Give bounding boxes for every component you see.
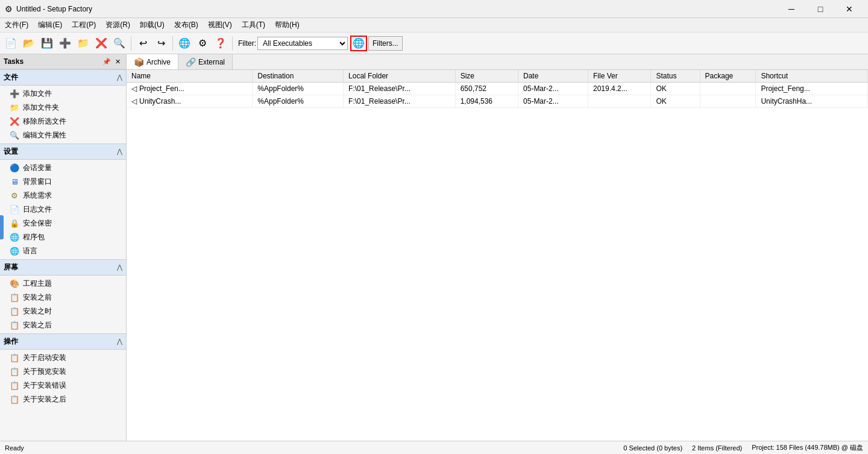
menu-item-b[interactable]: 发布(B) [169,18,203,32]
filters-button[interactable]: Filters... [368,36,403,51]
sidebar-item-project-theme[interactable]: 🎨 工程主题 [0,277,126,291]
sidebar-item-security[interactable]: 🔒 安全保密 [0,216,126,230]
new-button[interactable]: 📄 [2,35,19,52]
edit-file-icon: 🔍 [10,131,19,140]
menu-item-p[interactable]: 工程(P) [67,18,101,32]
col-destination[interactable]: Destination [253,70,344,83]
about-after-icon: 📋 [10,395,19,405]
filter-label: Filter: [238,39,256,48]
sidebar-item-about-error[interactable]: 📋 关于安装错误 [0,379,126,393]
sidebar-item-edit-file[interactable]: 🔍 编辑文件属性 [0,128,126,142]
add-file-button[interactable]: ➕ [57,35,74,52]
menu-item-v[interactable]: 视图(V) [203,18,237,32]
app-icon: ⚙ [5,4,13,14]
sidebar-item-package-label: 程序包 [23,232,45,242]
settings-button[interactable]: 🌐 [176,35,193,52]
filter-icon-button[interactable]: 🌐 [350,36,367,51]
status-selected: 0 Selected (0 bytes) [623,444,682,452]
sidebar-item-about-launch[interactable]: 📋 关于启动安装 [0,351,126,365]
sidebar-item-project-theme-label: 工程主题 [23,279,52,289]
sidebar-item-about-error-label: 关于安装错误 [23,380,66,391]
sidebar-item-during-install[interactable]: 📋 安装之时 [0,304,126,318]
menu-item-u[interactable]: 卸载(U) [135,18,169,32]
table-cell-8: UnityCrashHa... [756,95,868,108]
section-screen-header[interactable]: 屏幕 ⋀ [0,259,126,276]
toolbar-separator-3 [232,36,233,51]
sidebar-item-after-install[interactable]: 📋 安装之后 [0,318,126,332]
maximize-button[interactable]: □ [807,0,834,18]
undo-button[interactable]: ↩ [134,35,151,52]
tasks-close-button[interactable]: ✕ [113,57,122,66]
title-controls: ─ □ ✕ [778,0,863,18]
save-button[interactable]: 💾 [39,35,55,52]
section-files-collapse-icon: ⋀ [117,74,122,81]
remove-button[interactable]: ❌ [93,35,110,52]
build-button[interactable]: ⚙ [194,35,211,52]
table-cell-4: 05-Mar-2... [518,83,588,95]
open-button[interactable]: 📂 [20,35,37,52]
sidebar-item-language[interactable]: 🌐 语言 [0,244,126,258]
filter-dropdown[interactable]: All Executables All Files All DLLs [257,37,348,50]
help-button[interactable]: ❓ [212,35,229,52]
sidebar-item-after-install-label: 安装之后 [23,320,52,330]
add-file-icon: ➕ [10,89,19,99]
col-size[interactable]: Size [455,70,518,83]
status-bar: Ready 0 Selected (0 bytes) 2 Items (Filt… [0,441,868,454]
tab-archive[interactable]: 📦 Archive [127,54,178,69]
sidebar-item-session-vars-label: 会话变量 [23,163,52,173]
add-folder-icon: 📁 [10,103,19,113]
menu-item-h[interactable]: 帮助(H) [270,18,304,32]
toolbar: 📄 📂 💾 ➕ 📁 ❌ 🔍 ↩ ↪ 🌐 ⚙ ❓ Filter: All Exec… [0,33,868,54]
section-settings-collapse-icon: ⋀ [117,148,122,156]
sidebar-item-about-launch-label: 关于启动安装 [23,353,66,363]
table-cell-3: 650,752 [455,83,518,95]
col-local-folder[interactable]: Local Folder [344,70,456,83]
sidebar-item-bg-window-label: 背景窗口 [23,177,52,187]
find-button[interactable]: 🔍 [111,35,128,52]
add-folder-button[interactable]: 📁 [75,35,92,52]
col-package[interactable]: Package [700,70,756,83]
menu-item-f[interactable]: 文件(F) [0,18,33,32]
sidebar-item-bg-window[interactable]: 🖥 背景窗口 [0,175,126,189]
sidebar-item-about-after[interactable]: 📋 关于安装之后 [0,393,126,406]
section-settings-header[interactable]: 设置 ⋀ [0,143,126,160]
table-cell-6: OK [651,83,700,95]
menu-item-r[interactable]: 资源(R) [101,18,135,32]
close-button[interactable]: ✕ [835,0,863,18]
menu-item-e[interactable]: 编辑(E) [33,18,67,32]
menu-item-t[interactable]: 工具(T) [237,18,270,32]
col-status[interactable]: Status [651,70,700,83]
col-date[interactable]: Date [518,70,588,83]
sidebar-item-remove-file[interactable]: ❌ 移除所选文件 [0,115,126,128]
col-shortcut[interactable]: Shortcut [756,70,868,83]
section-files-header[interactable]: 文件 ⋀ [0,69,126,86]
sidebar-item-log-file[interactable]: 📄 日志文件 [0,203,126,216]
col-name[interactable]: Name [127,70,253,83]
redo-button[interactable]: ↪ [153,35,169,52]
section-screen-items: 🎨 工程主题 📋 安装之前 📋 安装之时 📋 安装之后 [0,276,126,333]
after-install-icon: 📋 [10,321,19,330]
table-row[interactable]: ◁Project_Fen...%AppFolder%F:\01_Release\… [127,83,868,95]
tasks-title: Tasks [4,57,24,66]
minimize-button[interactable]: ─ [778,0,805,18]
sidebar-item-remove-file-label: 移除所选文件 [23,116,66,127]
sidebar-item-before-install[interactable]: 📋 安装之前 [0,291,126,304]
main-area: Tasks 📌 ✕ 文件 ⋀ ➕ 添加文件 📁 添加文件夹 ❌ 移除所选文件 [0,54,868,441]
bg-window-icon: 🖥 [10,177,19,187]
tab-external[interactable]: 🔗 External [178,54,233,69]
sidebar-item-add-folder[interactable]: 📁 添加文件夹 [0,101,126,115]
table-row[interactable]: ◁UnityCrash...%AppFolder%F:\01_Release\P… [127,95,868,108]
sidebar-item-session-vars[interactable]: 🔵 会话变量 [0,161,126,175]
tasks-pin-button[interactable]: 📌 [102,57,112,66]
during-install-icon: 📋 [10,307,19,317]
section-ops-header[interactable]: 操作 ⋀ [0,333,126,350]
sidebar-item-during-install-label: 安装之时 [23,306,52,317]
sidebar-item-sys-req[interactable]: ⚙ 系统需求 [0,189,126,203]
sidebar-item-add-file[interactable]: ➕ 添加文件 [0,87,126,101]
file-list: Name Destination Local Folder Size Date … [127,70,868,441]
sidebar-item-about-preview[interactable]: 📋 关于预览安装 [0,365,126,379]
sidebar-item-package[interactable]: 🌐 程序包 [0,230,126,244]
col-file-ver[interactable]: File Ver [588,70,651,83]
section-screen-collapse-icon: ⋀ [117,263,122,271]
section-settings-title: 设置 [4,147,18,157]
